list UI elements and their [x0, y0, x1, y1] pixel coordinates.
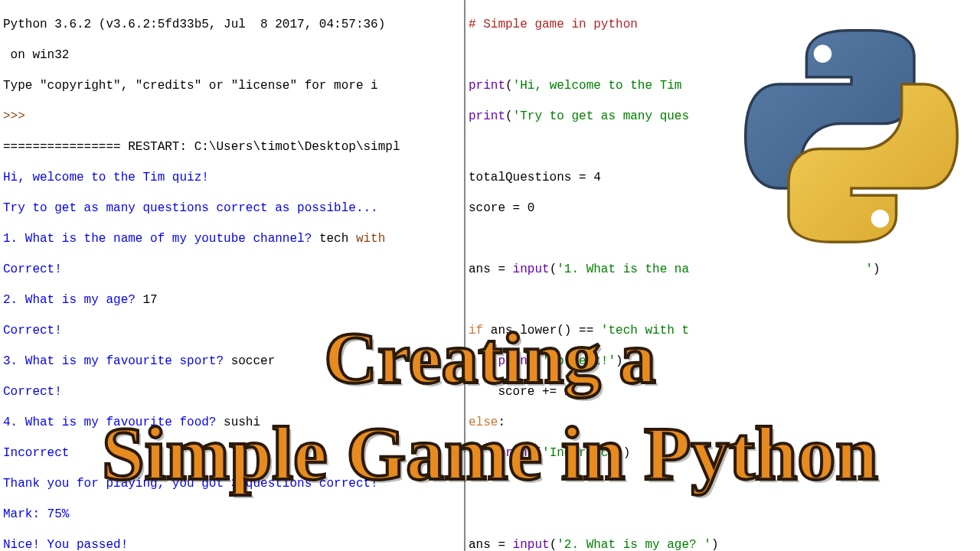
svg-point-0: [814, 44, 831, 62]
question-text: 1. What is the name of my youtube channe…: [3, 232, 319, 246]
output-line: Thank you for playing, you got 3 questio…: [3, 476, 461, 491]
code-fn: print: [469, 79, 505, 93]
result-line: Correct!: [3, 384, 461, 399]
user-input: sushi: [224, 416, 260, 429]
result-line: Correct!: [3, 262, 461, 277]
shell-prompt: >>>: [3, 109, 32, 123]
python-shell-pane[interactable]: Python 3.6.2 (v3.6.2:5fd33b5, Jul 8 2017…: [0, 0, 466, 551]
question-text: 2. What is my age?: [3, 293, 142, 307]
output-line: Hi, welcome to the Tim quiz!: [3, 170, 461, 185]
result-line: Correct!: [3, 323, 461, 338]
user-input: soccer: [231, 354, 276, 368]
question-text: 3. What is my favourite sport?: [3, 354, 231, 368]
keyword-if: if: [469, 324, 491, 337]
shell-header: Python 3.6.2 (v3.6.2:5fd33b5, Jul 8 2017…: [3, 17, 461, 32]
result-line: Incorrect: [3, 445, 461, 461]
code-line: score += 1: [469, 384, 977, 399]
keyword-else: else: [469, 416, 498, 429]
question-text: 4. What is my favourite food?: [3, 416, 224, 429]
restart-banner: ================ RESTART: C:\Users\timot…: [3, 139, 461, 155]
shell-header: Type "copyright", "credits" or "license"…: [3, 78, 461, 93]
user-input: 17: [142, 293, 157, 307]
code-fn: print: [469, 109, 505, 123]
shell-header: on win32: [3, 47, 461, 63]
output-line: Try to get as many questions correct as …: [3, 201, 461, 216]
user-input: with: [356, 232, 385, 246]
user-input: tech: [319, 232, 356, 246]
output-line: Nice! You passed!: [3, 537, 461, 551]
output-line: Mark: 75%: [3, 507, 461, 522]
python-logo-icon: [737, 21, 966, 251]
svg-point-1: [871, 210, 889, 227]
